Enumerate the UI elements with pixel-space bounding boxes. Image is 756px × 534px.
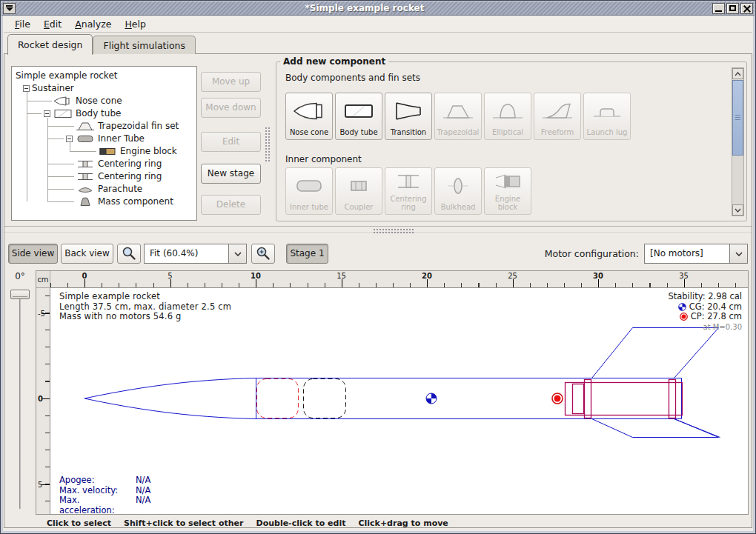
minimize-icon [715,10,722,12]
rocket-canvas[interactable]: Simple example rocket Length 37.5 cm, ma… [50,288,748,514]
cg-marker [426,393,437,404]
stage-1-toggle[interactable]: Stage 1 [286,244,328,264]
body-tube-icon [53,109,73,119]
chevron-down-icon[interactable] [729,244,748,264]
delete-button[interactable]: Delete [201,195,261,215]
magnifier-plus-icon [255,246,271,261]
add-freeform-fin-button[interactable]: Freeform [534,93,581,140]
max-velocity-value: N/A [136,486,150,496]
window-menu-icon[interactable] [3,3,16,14]
stability-info: Stability: 2.98 cal CG: 20.4 cm [668,292,742,332]
coupler-icon [336,168,382,203]
add-component-title: Add new component [280,56,388,67]
tab-flight-simulations[interactable]: Flight simulations [93,36,196,54]
mass-component-icon [76,197,95,207]
close-button[interactable] [740,3,753,14]
add-component-group: Add new component Body components and fi… [276,61,747,221]
elliptical-fin-icon [485,93,531,128]
scroll-up-button[interactable] [732,68,743,79]
titlebar: *Simple example rocket [1,1,755,16]
add-body-tube-button[interactable]: Body tube [335,93,382,140]
move-down-button[interactable]: Move down [201,98,261,118]
zoom-in-button[interactable] [251,244,275,264]
component-tree[interactable]: Simple example rocket Sustainer Nose con… [11,66,197,221]
magnifier-icon [121,246,137,261]
scroll-down-button[interactable] [732,204,743,216]
engine-block-icon [98,147,117,156]
chevron-up-icon [735,72,741,76]
tree-item-engine-block[interactable]: Engine block [120,145,177,158]
add-launch-lug-button[interactable]: Launch lug [583,93,631,140]
tree-item-sustainer[interactable]: Sustainer [32,82,74,95]
chevron-down-icon[interactable] [228,244,247,264]
motor-configuration-label: Motor configuration: [545,244,639,264]
expander-sustainer[interactable] [23,85,30,92]
maximize-button[interactable] [726,3,739,14]
tree-item-body-tube[interactable]: Body tube [76,107,121,120]
view-area: cm 0 5 10 15 20 25 30 35 -5 0 5 [36,270,749,515]
tree-item-centering-ring-2[interactable]: Centering ring [98,170,162,183]
add-trapezoidal-fin-button[interactable]: Trapezoidal [434,93,482,140]
motor-configuration-value: [No motors] [644,244,729,264]
tree-item-inner-tube[interactable]: Inner Tube [98,133,145,145]
launch-lug-icon [584,93,630,128]
tab-rocket-design[interactable]: Rocket design [7,34,93,55]
engine-block-icon [485,168,531,195]
minimize-button[interactable] [712,3,725,14]
expander-inner-tube[interactable] [66,136,73,142]
tree-item-parachute[interactable]: Parachute [98,183,142,196]
scrollbar-thumb[interactable] [732,80,743,156]
centering-ring-icon [76,172,95,181]
inner-component-label: Inner component [285,154,362,164]
tree-item-mass-component[interactable]: Mass component [98,196,173,208]
maximize-icon [729,5,736,11]
rotation-slider-track[interactable] [19,293,21,509]
vertical-splitter[interactable] [265,127,271,162]
new-stage-button[interactable]: New stage [201,164,261,184]
zoom-out-button[interactable] [117,244,141,264]
body-tube-icon [336,93,382,128]
tree-item-nose-cone[interactable]: Nose cone [76,95,122,107]
add-transition-button[interactable]: Transition [385,93,432,140]
tree-item-trapezoidal-fin-set[interactable]: Trapezoidal fin set [98,120,179,133]
side-view-button[interactable]: Side view [8,244,58,264]
tree-item-centering-ring-1[interactable]: Centering ring [98,158,162,170]
add-centering-ring-button[interactable]: Centering ring [385,167,432,215]
expander-body-tube[interactable] [44,110,50,117]
rotation-slider-handle[interactable] [10,290,30,299]
back-view-button[interactable]: Back view [61,244,113,264]
cp-marker [552,393,563,404]
bulkhead-icon [435,168,481,203]
zoom-select[interactable]: Fit (60.4%) [144,244,247,264]
component-panel-scrollbar[interactable] [732,67,744,216]
motor-configuration-select[interactable]: [No motors] [644,244,748,264]
edit-button[interactable]: Edit [201,132,261,152]
cg-value: CG: 20.4 cm [689,302,742,313]
rocket-drawing [50,288,748,514]
nose-cone-icon [53,96,73,106]
menu-analyze[interactable]: Analyze [68,17,118,31]
menu-help[interactable]: Help [118,17,153,31]
cp-value: CP: 27.8 cm [691,312,742,322]
status-hints: Click to selectShift+click to select oth… [47,518,461,528]
add-nose-cone-button[interactable]: Nose cone [285,93,333,140]
add-bulkhead-button[interactable]: Bulkhead [434,167,482,215]
move-up-button[interactable]: Move up [201,72,261,92]
ruler-unit: cm [36,271,50,288]
zoom-select-value: Fit (60.4%) [144,244,228,264]
add-inner-tube-button[interactable]: Inner tube [285,167,333,215]
add-coupler-button[interactable]: Coupler [335,167,382,215]
menu-edit[interactable]: Edit [37,17,68,31]
inner-tube-icon [76,134,95,144]
splitter-handle[interactable] [373,228,414,234]
rocket-design-panel: Simple example rocket Sustainer Nose con… [4,53,752,528]
add-elliptical-fin-button[interactable]: Elliptical [484,93,531,140]
add-engine-block-button[interactable]: Engine block [484,167,531,215]
menu-file[interactable]: File [8,17,37,31]
freeform-fin-icon [534,93,580,128]
max-acceleration-value: N/A [136,495,150,515]
transition-icon [385,93,431,128]
tree-item-rocket[interactable]: Simple example rocket [16,70,117,82]
app-window: *Simple example rocket File Edit Analyze… [0,0,756,534]
body-components-label: Body components and fin sets [285,73,420,83]
